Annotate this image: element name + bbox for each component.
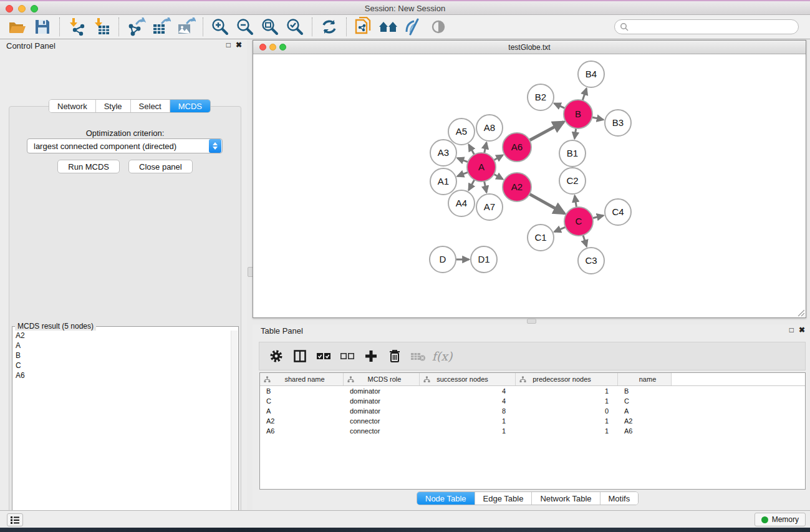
network-window-titlebar[interactable]: testGlobe.txt bbox=[253, 41, 806, 54]
table-cell[interactable]: A2 bbox=[260, 417, 344, 425]
table-cell[interactable]: 1 bbox=[516, 417, 618, 425]
tab-mcds[interactable]: MCDS bbox=[170, 100, 210, 112]
open-file-icon[interactable] bbox=[5, 16, 30, 37]
import-table-icon[interactable] bbox=[89, 16, 114, 37]
settings-gear-icon[interactable] bbox=[267, 347, 286, 365]
graph-node-C[interactable]: C bbox=[564, 207, 593, 236]
import-network-icon[interactable] bbox=[64, 16, 89, 37]
edge-C-C1[interactable] bbox=[554, 227, 566, 232]
graph-node-C2[interactable]: C2 bbox=[559, 168, 586, 194]
edge-A-A3[interactable] bbox=[457, 158, 468, 162]
table-cell[interactable]: A6 bbox=[618, 427, 672, 435]
table-cell[interactable]: connector bbox=[344, 427, 420, 435]
export-table-icon[interactable] bbox=[148, 16, 173, 37]
table-cell[interactable]: connector bbox=[344, 417, 420, 425]
edge-A6-B[interactable] bbox=[529, 122, 564, 140]
float-panel-icon[interactable]: □ bbox=[226, 41, 231, 49]
edge-B-B1[interactable] bbox=[574, 128, 576, 138]
table-cell[interactable]: dominator bbox=[344, 407, 420, 415]
table-cell[interactable]: A bbox=[260, 407, 344, 415]
edge-A-A7[interactable] bbox=[485, 181, 487, 193]
edge-A-A4[interactable] bbox=[469, 180, 475, 190]
select-all-icon[interactable] bbox=[314, 347, 333, 365]
table-cell[interactable]: dominator bbox=[344, 397, 420, 405]
edge-A-A6[interactable] bbox=[494, 155, 503, 160]
deselect-all-icon[interactable] bbox=[338, 347, 357, 365]
clone-network-icon[interactable] bbox=[351, 16, 376, 37]
network-canvas[interactable]: B4B2BB3A8A5A6B1A3AA1C2A2A4A7C4CC1C3DD1 bbox=[253, 54, 806, 317]
zoom-selected-icon[interactable] bbox=[282, 16, 307, 37]
tab-select[interactable]: Select bbox=[131, 100, 170, 112]
column-header-successor-nodes[interactable]: successor nodes bbox=[420, 373, 516, 385]
column-header-name[interactable]: name bbox=[618, 373, 672, 385]
graph-node-A8[interactable]: A8 bbox=[476, 115, 503, 141]
table-cell[interactable]: 1 bbox=[516, 397, 618, 405]
table-row[interactable]: Bdominator41B bbox=[260, 386, 805, 396]
table-cell[interactable]: 1 bbox=[420, 417, 516, 425]
tab-node-table[interactable]: Node Table bbox=[417, 492, 475, 505]
graph-node-C3[interactable]: C3 bbox=[578, 248, 604, 274]
table-cell[interactable]: 4 bbox=[420, 397, 516, 405]
zoom-in-icon[interactable] bbox=[208, 16, 233, 37]
graph-node-A[interactable]: A bbox=[467, 153, 496, 181]
memory-button[interactable]: Memory bbox=[755, 513, 806, 526]
column-header-predecessor-nodes[interactable]: predecessor nodes bbox=[516, 373, 618, 385]
table-cell[interactable]: 1 bbox=[420, 427, 516, 435]
function-builder-icon[interactable]: f(x) bbox=[433, 347, 451, 365]
table-row[interactable]: Adominator80A bbox=[260, 406, 805, 416]
edge-C-C4[interactable] bbox=[592, 216, 603, 218]
result-list-item[interactable]: C bbox=[13, 360, 230, 370]
add-column-icon[interactable] bbox=[362, 347, 380, 365]
edge-A-A2[interactable] bbox=[494, 174, 503, 179]
graph-node-B4[interactable]: B4 bbox=[578, 61, 604, 87]
table-cell[interactable]: A2 bbox=[618, 417, 672, 425]
edge-B-B4[interactable] bbox=[582, 89, 586, 100]
table-cell[interactable]: C bbox=[260, 397, 344, 405]
tab-network-table[interactable]: Network Table bbox=[532, 492, 600, 505]
graph-node-A1[interactable]: A1 bbox=[430, 168, 456, 195]
tab-style[interactable]: Style bbox=[96, 100, 131, 112]
table-row[interactable]: A6connector11A6 bbox=[260, 426, 805, 436]
show-all-windows-icon[interactable] bbox=[376, 16, 401, 37]
graph-node-B3[interactable]: B3 bbox=[605, 110, 631, 136]
result-list-item[interactable]: A6 bbox=[13, 370, 230, 380]
refresh-layout-icon[interactable] bbox=[317, 16, 342, 37]
table-row[interactable]: Cdominator41C bbox=[260, 396, 805, 406]
result-scrollbar[interactable] bbox=[231, 331, 238, 532]
graph-node-C4[interactable]: C4 bbox=[605, 199, 631, 225]
table-cell[interactable]: 8 bbox=[420, 407, 516, 415]
horizontal-split-handle[interactable] bbox=[527, 319, 536, 324]
columns-icon[interactable] bbox=[291, 347, 309, 365]
task-history-button[interactable] bbox=[7, 513, 23, 526]
edge-A-A5[interactable] bbox=[469, 145, 475, 155]
graph-node-A7[interactable]: A7 bbox=[476, 194, 503, 220]
table-cell[interactable]: 1 bbox=[516, 387, 618, 395]
table-cell[interactable]: 0 bbox=[516, 407, 618, 415]
edge-B-B3[interactable] bbox=[592, 117, 603, 120]
zoom-fit-icon[interactable] bbox=[258, 16, 282, 37]
optimization-criterion-select[interactable]: largest connected component (directed) bbox=[27, 138, 223, 153]
column-header-MCDS-role[interactable]: MCDS role bbox=[344, 373, 420, 385]
table-row[interactable]: A2connector11A2 bbox=[260, 416, 805, 426]
graph-node-A6[interactable]: A6 bbox=[503, 133, 531, 162]
result-list-item[interactable]: B bbox=[13, 351, 230, 360]
edge-A-A8[interactable] bbox=[485, 143, 487, 153]
show-graphics-icon[interactable] bbox=[426, 16, 451, 37]
result-list-item[interactable]: A bbox=[13, 341, 230, 351]
export-network-icon[interactable] bbox=[123, 16, 148, 37]
edge-C-C2[interactable] bbox=[575, 196, 577, 208]
graph-node-A2[interactable]: A2 bbox=[503, 173, 531, 201]
graph-node-B2[interactable]: B2 bbox=[528, 84, 554, 110]
table-cell[interactable]: 4 bbox=[420, 387, 516, 395]
graph-node-C1[interactable]: C1 bbox=[528, 225, 554, 251]
result-list-item[interactable]: A2 bbox=[13, 331, 230, 341]
zoom-out-icon[interactable] bbox=[233, 16, 258, 37]
edge-A-A1[interactable] bbox=[457, 172, 468, 176]
edge-C-C3[interactable] bbox=[583, 235, 587, 246]
table-cell[interactable]: 1 bbox=[516, 427, 618, 435]
close-panel-button[interactable]: Close panel bbox=[128, 160, 193, 173]
graph-node-D1[interactable]: D1 bbox=[471, 246, 497, 273]
graph-node-A4[interactable]: A4 bbox=[448, 190, 475, 216]
graph-node-B1[interactable]: B1 bbox=[559, 140, 586, 167]
edge-B-B2[interactable] bbox=[554, 104, 565, 109]
